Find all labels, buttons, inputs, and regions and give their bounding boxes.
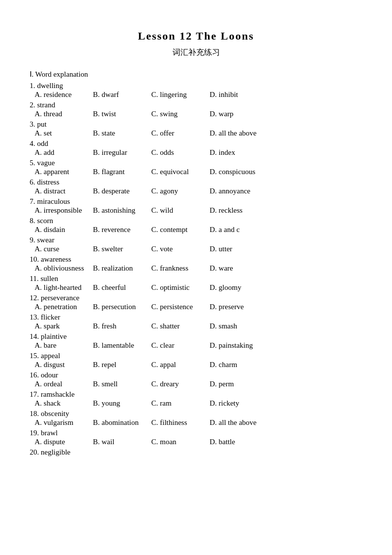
option: D. painstaking: [210, 341, 259, 350]
options-row: A. disgustB. repelC. appalD. charm: [35, 361, 362, 369]
question-number: 9. swear: [30, 236, 362, 244]
question-number: 15. appeal: [30, 352, 362, 360]
option: D. rickety: [210, 399, 259, 408]
question-item: 11. sullenA. light-heartedB. cheerfulC. …: [30, 275, 362, 292]
question-item: 14. plaintiveA. bareB. lamentableC. clea…: [30, 332, 362, 350]
option: D. utter: [210, 245, 259, 253]
question-number: 17. ramshackle: [30, 390, 362, 399]
question-item: 20. negligible: [30, 448, 362, 457]
option: B. desperate: [93, 187, 142, 195]
question-item: 18. obscenityA. vulgarismB. abominationC…: [30, 410, 362, 427]
question-number: 4. odd: [30, 139, 362, 148]
option: A. spark: [35, 322, 84, 330]
question-number: 11. sullen: [30, 275, 362, 283]
page-title: Lesson 12 The Loons: [30, 30, 362, 43]
option: B. reverence: [93, 226, 142, 234]
question-number: 13. flicker: [30, 313, 362, 322]
option: D. perm: [210, 380, 259, 388]
option: A. apparent: [35, 168, 84, 176]
options-row: A. curseB. swelterC. voteD. utter: [35, 245, 362, 253]
question-number: 14. plaintive: [30, 332, 362, 341]
option: B. abomination: [93, 418, 142, 427]
subtitle: 词汇补充练习: [30, 47, 362, 58]
option: B. wail: [93, 438, 142, 446]
option: D. gloomy: [210, 283, 259, 292]
option: B. astonishing: [93, 206, 142, 215]
question-number: 8. scorn: [30, 217, 362, 225]
option: A. residence: [35, 91, 84, 99]
option: C. persistence: [151, 303, 201, 311]
option: C. wild: [151, 206, 201, 215]
option: B. repel: [93, 361, 142, 369]
option: B. dwarf: [93, 91, 142, 99]
option: D. conspicuous: [210, 168, 259, 176]
questions-list: 1. dwellingA. residenceB. dwarfC. linger…: [30, 82, 362, 457]
option: D. ware: [210, 264, 259, 273]
option: C. optimistic: [151, 283, 201, 292]
option: A. distract: [35, 187, 84, 195]
question-number: 3. put: [30, 120, 362, 129]
option: D. inhibit: [210, 91, 259, 99]
question-item: 17. ramshackleA. shackB. youngC. ramD. r…: [30, 390, 362, 408]
option: D. preserve: [210, 303, 259, 311]
question-item: 8. scornA. disdainB. reverenceC. contemp…: [30, 217, 362, 234]
question-number: 6. distress: [30, 178, 362, 186]
option: C. swing: [151, 110, 201, 118]
option: C. ram: [151, 399, 201, 408]
option: B. swelter: [93, 245, 142, 253]
option: D. index: [210, 148, 259, 157]
option: D. reckless: [210, 206, 259, 215]
options-row: A. light-heartedB. cheerfulC. optimistic…: [35, 283, 362, 292]
option: A. disgust: [35, 361, 84, 369]
option: C. equivocal: [151, 168, 201, 176]
option: D. charm: [210, 361, 259, 369]
option: C. lingering: [151, 91, 201, 99]
option: B. flagrant: [93, 168, 142, 176]
options-row: A. disputeB. wailC. moanD. battle: [35, 438, 362, 446]
option: A. thread: [35, 110, 84, 118]
question-number: 18. obscenity: [30, 410, 362, 418]
question-number: 16. odour: [30, 371, 362, 379]
option: C. vote: [151, 245, 201, 253]
option: B. twist: [93, 110, 142, 118]
question-number: 10. awareness: [30, 255, 362, 264]
option: D. annoyance: [210, 187, 259, 195]
options-row: A. residenceB. dwarfC. lingeringD. inhib…: [35, 91, 362, 99]
question-item: 6. distressA. distractB. desperateC. ago…: [30, 178, 362, 195]
option: A. obliviousness: [35, 264, 84, 273]
options-row: A. setB. stateC. offerD. all the above: [35, 129, 362, 138]
option: A. light-hearted: [35, 283, 84, 292]
options-row: A. irresponsibleB. astonishingC. wildD. …: [35, 206, 362, 215]
question-item: 4. oddA. addB. irregularC. oddsD. index: [30, 139, 362, 157]
question-number: 2. strand: [30, 101, 362, 109]
option: A. vulgarism: [35, 418, 84, 427]
question-item: 7. miraculousA. irresponsibleB. astonish…: [30, 197, 362, 215]
option: C. agony: [151, 187, 201, 195]
options-row: A. bareB. lamentableC. clearD. painstaki…: [35, 341, 362, 350]
option: A. bare: [35, 341, 84, 350]
options-row: A. sparkB. freshC. shatterD. smash: [35, 322, 362, 330]
options-row: A. threadB. twistC. swingD. warp: [35, 110, 362, 118]
option: B. fresh: [93, 322, 142, 330]
options-row: A. ordealB. smellC. drearyD. perm: [35, 380, 362, 388]
option: B. irregular: [93, 148, 142, 157]
option: A. penetration: [35, 303, 84, 311]
option: B. realization: [93, 264, 142, 273]
option: C. contempt: [151, 226, 201, 234]
question-item: 10. awarenessA. obliviousnessB. realizat…: [30, 255, 362, 273]
question-item: 9. swearA. curseB. swelterC. voteD. utte…: [30, 236, 362, 253]
question-item: 16. odourA. ordealB. smellC. drearyD. pe…: [30, 371, 362, 388]
option: C. odds: [151, 148, 201, 157]
option: D. all the above: [210, 129, 259, 138]
option: A. add: [35, 148, 84, 157]
section-heading: Ⅰ. Word explanation: [30, 70, 362, 79]
option: C. frankness: [151, 264, 201, 273]
question-item: 2. strandA. threadB. twistC. swingD. war…: [30, 101, 362, 118]
option: C. moan: [151, 438, 201, 446]
option: B. cheerful: [93, 283, 142, 292]
question-number: 12. perseverance: [30, 294, 362, 302]
option: A. irresponsible: [35, 206, 84, 215]
option: D. smash: [210, 322, 259, 330]
option: D. warp: [210, 110, 259, 118]
question-item: 15. appealA. disgustB. repelC. appalD. c…: [30, 352, 362, 369]
